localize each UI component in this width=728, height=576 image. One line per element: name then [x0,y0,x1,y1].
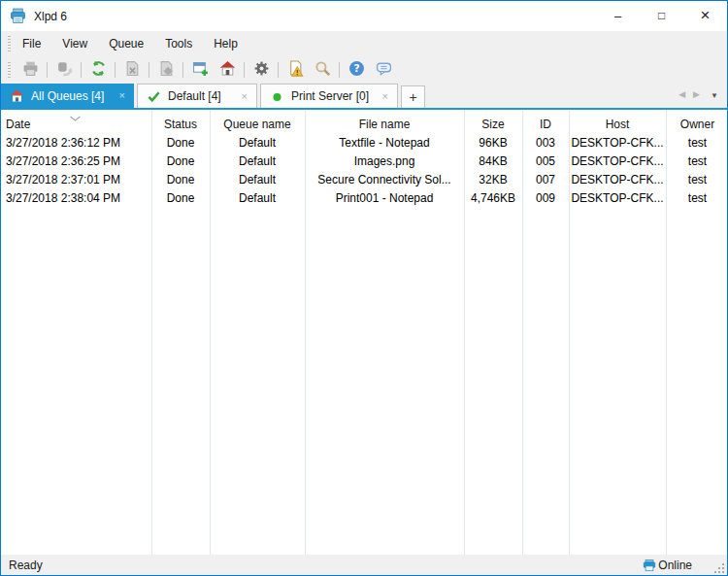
cell-owner: test [666,188,727,207]
cell-queue: Default [210,188,305,207]
status-bar: Ready Online [1,555,727,575]
view-log-button[interactable] [282,58,308,82]
cell-host: DESKTOP-CFK... [569,152,666,170]
tab-label: All Queues [4] [31,89,104,103]
check-icon [147,89,161,104]
search-icon [314,60,331,80]
column-divider [210,110,211,555]
tab-label: Print Server [0] [291,89,369,103]
cell-size: 32KB [464,170,522,188]
tab-scroll-right-icon[interactable]: ▶ [693,89,700,99]
app-window: Xlpd 6 – □ × File View Queue Tools Help [0,0,728,576]
toolbar-grip-handle[interactable] [8,62,11,78]
feedback-button[interactable] [371,58,396,82]
cell-owner: test [666,170,727,188]
toolbar: ? [1,55,727,84]
column-divider [151,110,152,555]
tab-close-icon[interactable]: × [119,90,125,101]
column-divider [666,110,667,555]
cell-date: 3/27/2018 2:38:04 PM [1,188,151,207]
toolbar-separator [244,62,245,78]
header-file-name[interactable]: File name [305,110,464,133]
column-divider [569,110,570,555]
toolbar-separator [81,62,82,78]
column-divider [464,110,465,555]
tab-all-queues[interactable]: All Queues [4] × [1,84,134,108]
add-tab-button[interactable]: + [401,85,425,108]
cell-size: 84KB [464,152,522,170]
column-divider [305,110,306,555]
cell-owner: test [666,133,727,152]
toolbar-separator [115,62,116,78]
app-printer-icon [10,8,26,24]
delete-job-button[interactable] [119,58,145,82]
cell-host: DESKTOP-CFK... [569,133,666,152]
new-window-plus-icon [192,60,209,80]
header-host[interactable]: Host [569,110,666,133]
svg-text:?: ? [353,62,359,75]
tab-close-icon[interactable]: × [382,91,388,102]
settings-button[interactable] [248,58,274,82]
help-button[interactable]: ? [344,58,369,82]
cell-id: 003 [522,133,569,152]
cell-queue: Default [210,152,305,170]
column-divider [522,110,523,555]
resume-button[interactable] [51,58,77,82]
toolbar-separator [182,62,183,78]
cell-file: Secure Connectivity Sol... [305,170,464,188]
header-owner[interactable]: Owner [666,110,727,133]
tab-label: Default [4] [168,89,221,103]
new-queue-button[interactable] [187,58,213,82]
menu-file[interactable]: File [13,33,50,54]
log-warning-icon [287,60,304,80]
refresh-icon [90,60,107,80]
job-properties-button[interactable] [153,58,179,82]
status-text: Ready [9,559,43,572]
print-button[interactable] [17,58,43,82]
table-row[interactable]: 3/27/2018 2:37:01 PM Done Default Secure… [1,170,727,188]
online-label: Online [658,559,692,572]
cell-queue: Default [210,133,305,152]
cell-date: 3/27/2018 2:36:12 PM [1,133,151,152]
toolbar-separator [278,62,279,78]
search-button[interactable] [310,58,335,82]
tab-print-server[interactable]: Print Server [0] × [260,84,398,108]
cell-queue: Default [210,170,305,188]
cell-size: 4,746KB [464,188,522,207]
help-icon: ? [348,60,365,80]
cell-date: 3/27/2018 2:36:25 PM [1,152,151,170]
cell-status: Done [151,188,210,207]
maximize-button[interactable]: □ [640,1,683,30]
close-button[interactable]: × [683,1,727,30]
tab-close-icon[interactable]: × [242,91,248,102]
header-queue-name[interactable]: Queue name [210,110,305,133]
cell-date: 3/27/2018 2:37:01 PM [1,170,151,188]
menu-help[interactable]: Help [204,33,248,54]
table-row[interactable]: 3/27/2018 2:36:12 PM Done Default Textfi… [1,133,727,152]
cell-file: Images.png [305,152,464,170]
minimize-button[interactable]: – [596,1,640,30]
header-id[interactable]: ID [522,110,569,133]
printer-status-icon [643,559,656,572]
gear-icon [253,60,270,80]
menu-view[interactable]: View [52,33,97,54]
toolbar-separator [149,62,149,78]
header-status[interactable]: Status [151,110,210,133]
resize-grip[interactable] [713,562,725,574]
menu-tools[interactable]: Tools [155,33,202,54]
tab-default[interactable]: Default [4] × [137,84,257,108]
header-size[interactable]: Size [464,110,522,133]
table-row[interactable]: 3/27/2018 2:36:25 PM Done Default Images… [1,152,727,170]
green-dot-icon [270,89,284,104]
cell-id: 009 [522,188,569,207]
cell-status: Done [151,152,210,170]
cell-status: Done [151,170,210,188]
table-row[interactable]: 3/27/2018 2:38:04 PM Done Default Print0… [1,188,727,207]
home-button[interactable] [215,58,240,82]
tab-scroll-left-icon[interactable]: ◀ [678,89,685,99]
menu-queue[interactable]: Queue [99,33,153,54]
menu-grip-handle[interactable] [8,36,11,51]
tab-list-dropdown-icon[interactable]: ▼ [711,91,718,100]
refresh-button[interactable] [85,58,111,82]
queue-tab-bar: All Queues [4] × Default [4] × Print Ser… [1,84,727,110]
